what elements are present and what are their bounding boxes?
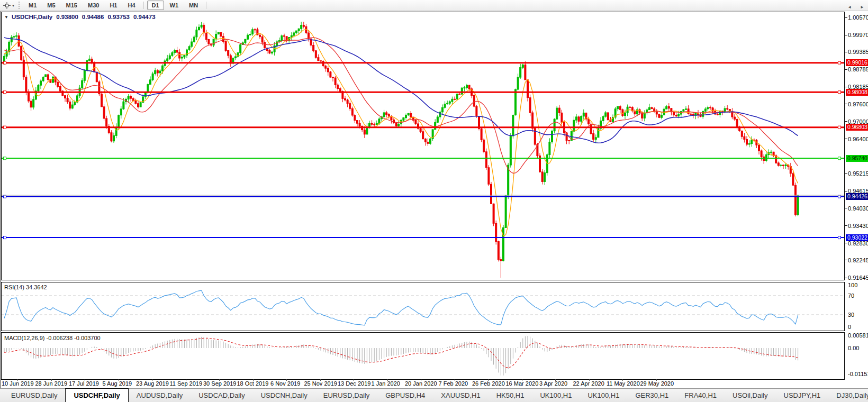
price-axis-tick <box>845 225 847 226</box>
price-axis-tick <box>845 139 847 139</box>
price-axis-label: 0.91645 <box>848 275 868 281</box>
rsi-axis-label: 0 <box>848 324 851 330</box>
chevron-down-icon: ▾ <box>12 3 14 8</box>
price-level-tag: 0.94426 <box>846 193 868 200</box>
macd-axis-label: 0.00 <box>848 345 859 351</box>
top-toolbar: ▾ M1M5M15M30H1H4D1W1MN <box>0 0 868 11</box>
price-axis-tick <box>845 243 847 243</box>
price-axis-tick <box>845 260 847 260</box>
crosshair-tool-button[interactable]: ▾ <box>0 2 16 10</box>
ohlc-close: 0.94473 <box>133 14 156 20</box>
tab-scroll-left-icon[interactable]: ◄ <box>847 5 852 10</box>
macd-panel[interactable] <box>1 332 845 380</box>
price-axis-label: 0.99385 <box>848 49 868 55</box>
macd-axis-label: -0.011514 <box>848 371 868 377</box>
price-level-tag: 0.96803 <box>846 124 868 131</box>
price-axis-label: 0.92245 <box>848 257 868 263</box>
date-axis-label: 26 Feb 2020 <box>472 380 505 387</box>
toolbar-grip[interactable] <box>19 2 20 9</box>
chart-tab-uk100-h1[interactable]: UK100,H1 <box>580 389 627 402</box>
date-axis-label: 16 Mar 2020 <box>506 380 539 387</box>
toolbar-separator <box>143 2 144 9</box>
chart-tab-uk100-h1[interactable]: UK100,H1 <box>532 389 580 402</box>
price-axis-tick <box>845 173 847 174</box>
price-axis-tick <box>845 278 847 278</box>
chart-tab-hk50-h1[interactable]: HK50,H1 <box>489 389 532 402</box>
chart-title: ▼ USDCHF,Daily 0.93800 0.94486 0.93753 0… <box>4 14 159 20</box>
timeframe-button-m15[interactable]: M15 <box>61 1 82 10</box>
timeframe-button-h1[interactable]: H1 <box>105 1 122 10</box>
chart-tab-usdchf-daily[interactable]: USDCHF,Daily <box>65 388 128 402</box>
rsi-label: RSI(14) 34.3642 <box>4 284 47 290</box>
timeframe-buttons: M1M5M15M30H1H4D1W1MN <box>23 1 209 10</box>
chart-tab-xauusd-h1[interactable]: XAUUSD,H1 <box>433 389 488 402</box>
chart-tab-usoil-daily[interactable]: USOil,Daily <box>725 389 775 402</box>
price-axis-tick <box>845 17 847 18</box>
chart-tab-eurusd-daily[interactable]: EURUSD,Daily <box>3 389 65 402</box>
price-axis-label: 0.93430 <box>848 223 868 229</box>
rsi-panel[interactable] <box>1 282 845 331</box>
crosshair-icon <box>3 2 11 10</box>
timeframe-button-w1[interactable]: W1 <box>165 1 184 10</box>
date-axis-label: 25 Nov 2019 <box>304 380 337 387</box>
price-axis-tick <box>845 191 847 191</box>
date-axis-label: 1 Jan 2020 <box>372 380 400 387</box>
date-axis-label: 20 Jan 2020 <box>405 380 437 387</box>
chart-dropdown-icon[interactable]: ▼ <box>4 15 8 20</box>
price-axis-tick <box>845 69 847 70</box>
chart-symbol-label: USDCHF,Daily <box>12 14 52 20</box>
date-axis-label: 18 Oct 2019 <box>237 380 269 387</box>
timeframe-button-m5[interactable]: M5 <box>42 1 60 10</box>
chart-tab-gbpusd-h4[interactable]: GBPUSD,H4 <box>377 389 433 402</box>
window-left-edge <box>0 11 1 389</box>
chart-tab-usdcad-daily[interactable]: USDCAD,Daily <box>191 389 252 402</box>
date-axis-label: 6 Nov 2019 <box>270 380 300 387</box>
date-axis-label: 11 Sep 2019 <box>170 380 203 387</box>
toolbar-separator <box>206 2 206 9</box>
price-axis-tick <box>845 104 847 104</box>
chart-tab-dj30-daily[interactable]: DJ30,Daily <box>828 389 868 402</box>
price-level-tag: 0.93022 <box>846 234 868 241</box>
chart-tab-bar: EURUSD,DailyUSDCHF,DailyAUDUSD,DailyUSDC… <box>0 388 868 402</box>
date-axis-label: 17 Jul 2019 <box>69 380 99 387</box>
ohlc-high: 0.94486 <box>82 14 104 20</box>
date-axis-label: 7 Feb 2020 <box>439 380 468 387</box>
price-axis-label: 0.98785 <box>848 66 868 72</box>
timeframe-button-m30[interactable]: M30 <box>83 1 104 10</box>
timeframe-button-h4[interactable]: H4 <box>123 1 140 10</box>
date-axis-label: 3 Apr 2020 <box>539 380 567 387</box>
price-axis-label: 1.00570 <box>848 14 868 21</box>
price-axis-tick <box>845 52 847 52</box>
price-axis-label: 0.99970 <box>848 32 868 38</box>
date-axis-label: 28 Jun 2019 <box>35 380 68 387</box>
price-level-tag: 0.99016 <box>846 59 868 66</box>
chart-tab-usdjpy-h1[interactable]: USDJPY,H1 <box>776 389 829 402</box>
rsi-axis-label: 30 <box>848 312 854 318</box>
date-axis-label: 5 Aug 2019 <box>103 380 132 387</box>
rsi-axis-label: 100 <box>848 282 857 288</box>
macd-label: MACD(12,26,9) -0.006238 -0.003700 <box>4 335 101 341</box>
timeframe-button-m1[interactable]: M1 <box>24 1 41 10</box>
rsi-axis-label: 70 <box>848 293 854 299</box>
ohlc-open: 0.93800 <box>56 14 78 20</box>
price-level-tag: 0.95740 <box>846 155 868 162</box>
price-axis-label: 0.94030 <box>848 205 868 212</box>
main-chart-panel[interactable] <box>1 12 845 280</box>
chart-tab-ger30-h1[interactable]: GER30,H1 <box>627 389 676 402</box>
chart-tab-usdcnh-daily[interactable]: USDCNH,Daily <box>253 389 315 402</box>
timeframe-button-d1[interactable]: D1 <box>147 1 164 10</box>
price-axis-tick <box>845 208 847 208</box>
tab-scroll-right-icon[interactable]: ► <box>860 5 864 10</box>
price-axis-label: 0.96400 <box>848 136 868 142</box>
price-axis-tick <box>845 35 847 35</box>
date-axis-label: 22 Apr 2020 <box>573 380 604 387</box>
date-axis-label: 11 May 2020 <box>607 380 640 387</box>
chart-tab-fra40-h1[interactable]: FRA40,H1 <box>676 389 725 402</box>
chart-tab-eurusd-daily[interactable]: EURUSD,Daily <box>315 389 377 402</box>
tab-scroll-arrows: ◄► <box>847 0 864 14</box>
chart-tab-audusd-daily[interactable]: AUDUSD,Daily <box>129 389 191 402</box>
timeframe-button-mn[interactable]: MN <box>184 1 203 10</box>
price-axis-label: 0.95215 <box>848 170 868 177</box>
date-axis-label: 23 Aug 2019 <box>136 380 169 387</box>
price-level-tag: 0.98008 <box>846 89 868 96</box>
